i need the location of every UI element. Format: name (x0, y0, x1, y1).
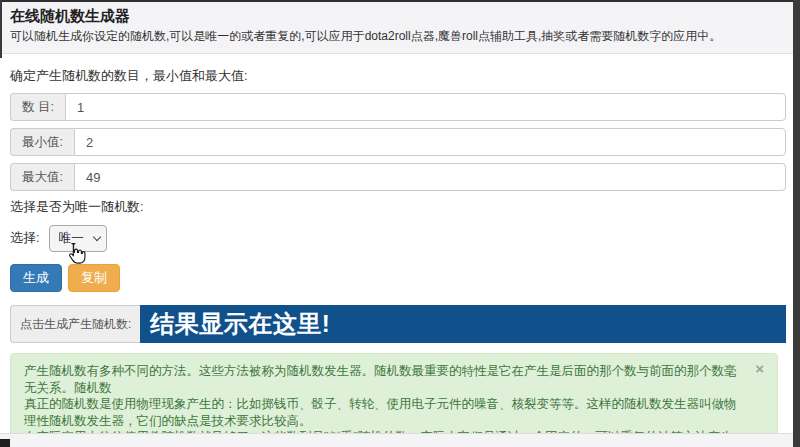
window-edge-right (793, 0, 800, 447)
action-buttons-row: 生成 复制 (10, 264, 779, 292)
footer-strip (0, 433, 793, 447)
max-field-group: 最大值: (10, 163, 786, 191)
count-field-label: 数 目: (10, 93, 65, 121)
count-field-group: 数 目: (10, 93, 786, 121)
min-value-input[interactable] (74, 128, 786, 156)
window-edge-top (0, 0, 800, 2)
unique-section-label: 选择是否为唯一随机数: (10, 199, 779, 215)
page-header: 在线随机数生成器 可以随机生成你设定的随机数,可以是唯一的或者重复的,可以应用于… (0, 2, 793, 54)
select-label: 选择: (10, 229, 40, 247)
page-title: 在线随机数生成器 (10, 7, 781, 25)
generate-button[interactable]: 生成 (10, 264, 62, 292)
result-display: 结果显示在这里! (140, 305, 786, 343)
max-value-input[interactable] (74, 163, 786, 191)
cursor-pointer-icon (63, 241, 86, 270)
corner-artifact (0, 439, 10, 447)
result-label: 点击生成产生随机数: (10, 305, 140, 343)
count-input[interactable] (65, 93, 786, 121)
page-description: 可以随机生成你设定的随机数,可以是唯一的或者重复的,可以应用于dota2roll… (10, 29, 781, 44)
main-content: 确定产生随机数的数目，最小值和最大值: 数 目: 最小值: 最大值: 选择是否为… (0, 54, 793, 447)
alert-line-1: 产生随机数有多种不同的方法。这些方法被称为随机数发生器。随机数最重要的特性是它在… (24, 363, 743, 396)
close-icon[interactable]: × (755, 361, 764, 376)
min-field-label: 最小值: (10, 128, 74, 156)
window-edge-left (0, 0, 2, 58)
result-group: 点击生成产生随机数: 结果显示在这里! (10, 305, 786, 343)
alert-line-2: 真正的随机数是使用物理现象产生的：比如掷钱币、骰子、转轮、使用电子元件的噪音、核… (24, 396, 743, 429)
max-field-label: 最大值: (10, 163, 74, 191)
min-field-group: 最小值: (10, 128, 786, 156)
range-section-label: 确定产生随机数的数目，最小值和最大值: (10, 68, 779, 84)
unique-select-row: 选择: 唯一 (10, 224, 779, 252)
